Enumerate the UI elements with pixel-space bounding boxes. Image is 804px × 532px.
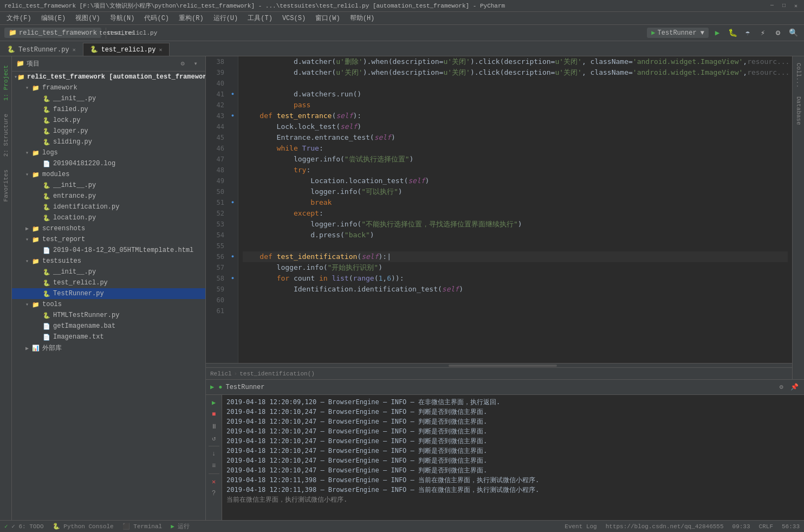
menu-help[interactable]: 帮助(H): [346, 12, 379, 24]
menu-window[interactable]: 窗口(W): [311, 12, 345, 24]
tree-location-py[interactable]: 🐍 location.py: [12, 212, 205, 223]
tree-modules[interactable]: ▾ 📁 modules: [12, 169, 205, 180]
tree-test-relicl[interactable]: 🐍 test_relicl.py: [12, 277, 205, 288]
tab-testrunner-close[interactable]: ✕: [73, 47, 76, 53]
maximize-button[interactable]: □: [780, 2, 788, 10]
right-tab-database[interactable]: Database: [794, 92, 803, 129]
profile-button[interactable]: ⚡: [756, 27, 769, 40]
tree-init-py-3[interactable]: 🐍 __init__.py: [12, 267, 205, 277]
tree-lock-py[interactable]: 🐍 lock.py: [12, 115, 205, 126]
tree-testsuites[interactable]: ▾ 📁 testsuites: [12, 256, 205, 267]
tree-root[interactable]: ▾ 📁 relic_test_framework [automation_tes…: [12, 72, 205, 82]
url-label: https://blog.csdn.net/qq_42846555: [606, 523, 724, 530]
tree-failed-py[interactable]: 🐍 failed.py: [12, 104, 205, 115]
menu-navigate[interactable]: 导航(N): [106, 12, 139, 24]
tab-test-relicl[interactable]: 🐍 test_relicl.py ✕: [83, 43, 170, 56]
tree-init-py-1[interactable]: 🐍 __init__.py: [12, 93, 205, 104]
run-filter-btn[interactable]: ≡: [209, 460, 219, 471]
tab-testrunner[interactable]: 🐍 TestRunner.py ✕: [0, 43, 83, 56]
tree-framework[interactable]: ▾ 📁 framework: [12, 82, 205, 93]
run-help-btn[interactable]: ?: [209, 488, 219, 499]
failed-icon: 🐍: [42, 105, 51, 114]
screenshots-label: screenshots: [42, 225, 85, 232]
status-terminal[interactable]: ⬛ Terminal: [122, 523, 162, 530]
minimize-button[interactable]: ─: [768, 2, 776, 10]
logs-label: logs: [42, 149, 58, 157]
tree-init-py-2[interactable]: 🐍 __init__.py: [12, 180, 205, 191]
tree-logfile[interactable]: 📄 201904181220.log: [12, 158, 205, 169]
run-output[interactable]: 2019-04-18 12:20:09,120 – BrowserEngine …: [222, 395, 804, 520]
debug-button[interactable]: 🐛: [726, 27, 739, 40]
tree-sliding-py[interactable]: 🐍 sliding.py: [12, 137, 205, 147]
tree-getimage-bat[interactable]: 📄 getImagename.bat: [12, 321, 205, 332]
id-label: identification.py: [53, 203, 119, 211]
tree-logs[interactable]: ▾ 📁 logs: [12, 147, 205, 158]
close-button[interactable]: ✕: [792, 2, 800, 10]
tree-htmltestrunner[interactable]: 🐍 HTMLTestRunner.py: [12, 310, 205, 321]
status-line-col[interactable]: 56:33: [782, 523, 800, 530]
menu-run[interactable]: 运行(U): [209, 12, 243, 24]
run-scroll-btn[interactable]: ↓: [209, 449, 219, 459]
status-run[interactable]: ▶ 运行: [171, 522, 190, 530]
code-line-41: d.watchers.run(): [243, 89, 788, 100]
menu-view[interactable]: 视图(V): [71, 12, 105, 24]
run-stop-btn[interactable]: ■: [209, 409, 219, 420]
code-editor[interactable]: 3839404142 4344454647 4849505152 5354555…: [206, 56, 792, 363]
menu-tools[interactable]: 工具(T): [243, 12, 277, 24]
status-url[interactable]: https://blog.csdn.net/qq_42846555: [606, 523, 724, 530]
tree-html-template[interactable]: 📄 2019-04-18-12_20_05HTMLtemplate.html: [12, 245, 205, 256]
code-content[interactable]: d.watcher(u'删除').when(description=u'关闭')…: [238, 56, 792, 363]
tree-screenshots[interactable]: ▶ 📁 screenshots: [12, 223, 205, 234]
bat-icon-el: 📄: [42, 322, 51, 330]
menu-refactor[interactable]: 重构(R): [174, 12, 208, 24]
tree-external-lib[interactable]: ▶ 📊 外部库: [12, 342, 205, 354]
menu-code[interactable]: 代码(C): [140, 12, 173, 24]
panel-settings-btn[interactable]: ⚙: [177, 59, 188, 69]
menu-file[interactable]: 文件(F): [2, 12, 36, 24]
run-pause-btn[interactable]: ⏸: [209, 421, 219, 432]
tools-arrow: ▾: [23, 301, 31, 308]
right-tab-collection[interactable]: Coll...: [794, 59, 803, 92]
status-todo[interactable]: ✓ ✓ 6: TODO: [4, 523, 44, 530]
modules-folder-icon: 📁: [31, 170, 40, 179]
favorites-tab[interactable]: Favorites: [2, 163, 10, 208]
project-label[interactable]: 📁 relic_test_framework: [4, 28, 101, 38]
txt-icon-el: 📄: [42, 333, 51, 341]
run-start-btn[interactable]: ▶: [209, 397, 219, 408]
menu-vcs[interactable]: VCS(S): [278, 14, 310, 23]
tree-test-report[interactable]: ▾ 📁 test_report: [12, 234, 205, 245]
project-tab[interactable]: 1: Project: [2, 59, 10, 107]
left-vertical-tabs: 1: Project 2: Structure Favorites: [0, 56, 12, 520]
coverage-button[interactable]: ☂: [741, 27, 754, 40]
test-relicl-btn[interactable]: test_relicl.py: [126, 27, 139, 40]
breadcrumb-method[interactable]: test_identification(): [239, 371, 315, 377]
run-rerun-btn[interactable]: ↺: [209, 433, 219, 444]
settings-btn[interactable]: ⚙: [771, 27, 784, 40]
menu-edit[interactable]: 编辑(E): [37, 12, 70, 24]
tab-test-relicl-close[interactable]: ✕: [159, 47, 162, 53]
breadcrumb-sep: ›: [234, 371, 238, 377]
status-todo-label: ✓ 6: TODO: [11, 523, 43, 530]
run-settings-btn[interactable]: ⚙: [776, 382, 787, 393]
terminal-label: Terminal: [133, 523, 162, 530]
lib-arrow: ▶: [23, 345, 31, 352]
breadcrumb-relicl[interactable]: Relicl: [210, 371, 232, 377]
structure-tab[interactable]: 2: Structure: [2, 107, 10, 163]
search-btn[interactable]: 🔍: [787, 27, 800, 40]
h-scrollbar[interactable]: [206, 363, 792, 367]
status-python-console[interactable]: 🐍 Python Console: [53, 523, 114, 530]
panel-expand-btn[interactable]: ▾: [190, 59, 201, 69]
run-config-selector[interactable]: ▶ TestRunner ▼: [647, 28, 709, 38]
relicl-label: test_relicl.py: [53, 279, 108, 287]
tree-testrunner[interactable]: 🐍 TestRunner.py: [12, 288, 205, 299]
run-pin-btn[interactable]: 📌: [789, 382, 800, 393]
tree-tools[interactable]: ▾ 📁 tools: [12, 299, 205, 310]
tree-entrance-py[interactable]: 🐍 entrance.py: [12, 191, 205, 202]
tree-logger-py[interactable]: 🐍 logger.py: [12, 126, 205, 137]
status-event-log[interactable]: Event Log: [565, 523, 596, 530]
run-error-btn[interactable]: ✕: [209, 476, 219, 487]
tree-imagename-txt[interactable]: 📄 Imagename.txt: [12, 332, 205, 342]
tree-identification-py[interactable]: 🐍 identification.py: [12, 202, 205, 212]
status-encoding[interactable]: CRLF: [759, 523, 773, 530]
run-button[interactable]: ▶: [711, 27, 724, 40]
